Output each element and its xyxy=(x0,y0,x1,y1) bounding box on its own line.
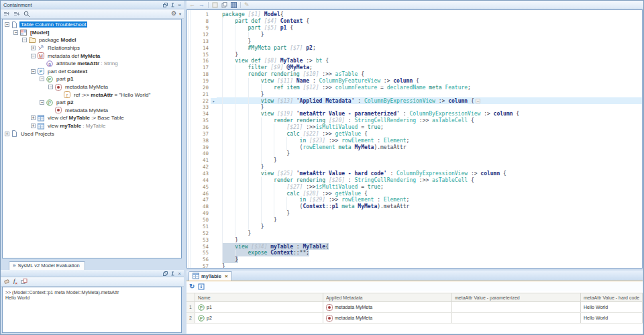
close-tab-icon[interactable]: × xyxy=(225,274,228,279)
tree-item[interactable]: +view myTable : MyTable xyxy=(3,122,181,130)
tree-item[interactable]: −Ppart p1 xyxy=(3,75,181,83)
collapse-expander-icon[interactable]: − xyxy=(40,100,44,105)
tree-item[interactable]: +Relationships xyxy=(3,44,181,52)
code-line[interactable]: 53} xyxy=(187,236,642,243)
float-icon[interactable] xyxy=(163,3,168,7)
code-line[interactable]: 42} xyxy=(187,164,642,171)
expand-all-icon[interactable] xyxy=(13,11,20,17)
table-cell[interactable]: Pp1 xyxy=(195,302,323,312)
code-line[interactable]: 51} xyxy=(187,224,642,230)
code-line[interactable]: 34view [$19] 'metaAttr Value - parameter… xyxy=(187,111,642,117)
history-icon[interactable] xyxy=(21,279,28,285)
code-editor[interactable]: 1package [$1] Model{8part def [$4] Conte… xyxy=(186,9,643,269)
refresh-icon[interactable]: ↻ xyxy=(189,283,195,290)
code-line[interactable]: 18render rendering [$10] :>> asTable { xyxy=(187,71,642,78)
collapse-expander-icon[interactable]: − xyxy=(48,85,53,89)
pin-icon[interactable] xyxy=(170,3,175,7)
code-line[interactable]: 40} xyxy=(187,150,642,157)
code-line[interactable]: 55expose Context::**; xyxy=(187,250,642,256)
code-line[interactable]: 1package [$1] Model{ xyxy=(187,11,642,18)
eraser-icon[interactable] xyxy=(3,279,10,285)
grid-icon[interactable] xyxy=(231,2,237,8)
code-line[interactable]: 19view [$11] Name : ColumnByFeatureView … xyxy=(187,78,642,85)
code-line[interactable]: 57} xyxy=(187,263,642,269)
code-line[interactable]: 52} xyxy=(187,230,642,236)
tree-item[interactable]: −[Model] xyxy=(3,29,181,37)
tree-item[interactable]: +view def MyTable :> Base Table xyxy=(3,114,181,122)
code-line[interactable]: 46calc [$28] :>> getValue { xyxy=(187,190,642,197)
tree-item[interactable]: −metadata MyMeta xyxy=(3,83,181,91)
code-line[interactable]: 47in [$29] :>> rowElement : Element; xyxy=(187,197,642,203)
tree-item[interactable]: −package Model xyxy=(3,36,181,44)
code-line[interactable]: 39(rowElement meta MyMeta).metaAttr xyxy=(187,144,642,150)
evaluation-output[interactable]: >> (Model::Context::p1 meta Model::MyMet… xyxy=(2,287,182,333)
expand-expander-icon[interactable]: + xyxy=(31,115,36,120)
code-line[interactable]: 44render rendering [$26] : StringCellRen… xyxy=(187,177,642,183)
table-cell[interactable]: metadata MyMeta xyxy=(323,302,452,312)
code-line[interactable]: 56} xyxy=(187,256,642,263)
expand-expander-icon[interactable]: + xyxy=(31,124,36,128)
code-line[interactable]: 43view [$25] 'metaAttr Value - hard code… xyxy=(187,171,642,177)
table-cell[interactable]: Pp2 xyxy=(195,313,323,323)
tree-item[interactable]: metadata MyMeta xyxy=(3,107,181,115)
code-line[interactable]: 54view [$34] myTable : MyTable{ xyxy=(187,243,642,250)
collapse-expander-icon[interactable]: − xyxy=(31,69,36,74)
column-header[interactable] xyxy=(186,293,195,301)
tab-sysml-v2-model-evaluation[interactable]: » SysML v2 Model Evaluation xyxy=(9,261,85,270)
tree-item[interactable]: +Used Projects xyxy=(3,130,181,138)
column-header[interactable]: Applied Metadata xyxy=(323,293,452,301)
copy-icon[interactable] xyxy=(221,2,227,8)
code-line[interactable]: 20ref item [$12] :>> columnFeature = dec… xyxy=(187,84,642,91)
expand-expander-icon[interactable]: + xyxy=(31,46,36,50)
code-line[interactable]: 15} xyxy=(187,51,642,58)
forward-icon[interactable]: → xyxy=(199,2,205,8)
pin-icon[interactable] xyxy=(170,271,175,276)
tree-item[interactable]: aattribute metaAttr : String xyxy=(3,60,181,68)
code-line[interactable]: 36[$21] :>>isMultiValued = true; xyxy=(187,124,642,131)
collapse-expander-icon[interactable]: − xyxy=(5,22,9,27)
code-line[interactable]: 49} xyxy=(187,210,642,217)
table-cell[interactable]: metadata MyMeta xyxy=(323,313,452,323)
collapse-expander-icon[interactable]: − xyxy=(31,54,36,58)
clear-fx-icon[interactable]: f× xyxy=(13,281,17,283)
code-line[interactable]: 9part [$5] p1 { xyxy=(187,25,642,32)
tab-mytable[interactable]: myTable × xyxy=(189,271,232,281)
collapse-expander-icon[interactable]: − xyxy=(22,38,27,42)
table-cell[interactable]: Hello World xyxy=(581,302,643,312)
collapse-expander-icon[interactable]: − xyxy=(40,77,44,81)
edit-icon[interactable]: ✎ xyxy=(244,2,250,8)
tree-item[interactable]: rref :>> metaAttr = "Hello World" xyxy=(3,91,181,99)
code-line[interactable]: 14#MyMeta part [$7] p2; xyxy=(187,44,642,51)
code-line[interactable]: 22▸view [$13] 'Applied Metadata' : Colum… xyxy=(187,97,642,104)
table-cell[interactable] xyxy=(452,302,581,312)
table-row[interactable]: 2Pp2metadata MyMetaHello World xyxy=(186,313,643,324)
code-line[interactable]: 16view def [$8] MyTable :> bt { xyxy=(187,58,642,64)
code-line[interactable]: 37calc [$22] :>> getValue { xyxy=(187,130,642,137)
caret-down-icon[interactable]: ▾ xyxy=(179,12,181,16)
close-icon[interactable]: × xyxy=(178,3,181,7)
code-line[interactable]: 35render rendering [$20] : StringCellRen… xyxy=(187,117,642,124)
fold-arrow-icon[interactable]: ▸ xyxy=(211,98,217,104)
code-line[interactable]: 50} xyxy=(187,217,642,224)
code-line[interactable]: 41} xyxy=(187,157,642,164)
table-cell[interactable] xyxy=(452,313,581,323)
search-icon[interactable] xyxy=(23,11,30,17)
back-icon[interactable]: ← xyxy=(189,2,195,8)
close-icon[interactable]: × xyxy=(178,271,181,276)
tree-item[interactable]: −Ppart p2 xyxy=(3,99,181,107)
collapse-expander-icon[interactable]: − xyxy=(13,30,18,35)
table-cell[interactable]: Hello World xyxy=(581,313,643,323)
tree-item[interactable]: −Ppart def Context xyxy=(3,68,181,76)
expand-expander-icon[interactable]: + xyxy=(5,132,9,136)
float-icon[interactable] xyxy=(163,271,168,276)
save-icon[interactable] xyxy=(212,2,218,8)
table-row[interactable]: 1Pp1metadata MyMetaHello World xyxy=(186,302,643,313)
code-line[interactable]: 45[$27] :>>isMultiValued = true; xyxy=(187,183,642,190)
export-icon[interactable] xyxy=(198,283,205,290)
column-header[interactable]: metaAttr Value - hard code xyxy=(581,293,643,301)
gear-icon[interactable]: ⚙ xyxy=(171,11,176,17)
folded-code-ellipsis[interactable]: ⋯ xyxy=(476,99,481,103)
code-line[interactable]: 48(Context::p1 meta MyMeta).metaAttr xyxy=(187,203,642,210)
column-header[interactable]: metaAttr Value - parameterized xyxy=(452,293,581,301)
column-header[interactable]: Name xyxy=(195,293,323,301)
